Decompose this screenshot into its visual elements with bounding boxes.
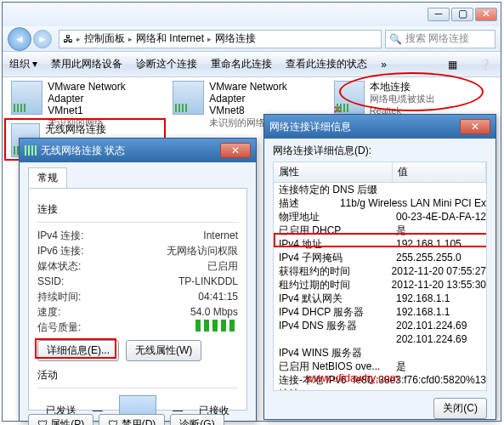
watermark: www.ufidawhy.com (306, 371, 399, 384)
label: 信号质量: (37, 320, 81, 335)
adapter-sub: VMnet1 (48, 105, 156, 116)
annotation-highlight (274, 233, 487, 247)
help-icon[interactable]: ❔ (475, 55, 494, 74)
property-value (393, 346, 486, 360)
property-key: IPv4 DNS 服务器 (274, 319, 393, 332)
table-row[interactable]: IPv4 WINS 服务器 (274, 346, 486, 360)
label: 持续时间: (37, 289, 81, 304)
close-button[interactable]: ✕ (220, 143, 251, 158)
rename-button[interactable]: 重命名此连接 (211, 57, 272, 71)
property-key: 租约过期的时间 (274, 278, 388, 292)
close-button[interactable]: ✕ (460, 119, 490, 134)
more-button[interactable]: » (381, 59, 387, 71)
label: 媒体状态: (37, 258, 81, 274)
property-value: 2012-11-20 07:55:27 (388, 264, 486, 278)
table-row[interactable]: IPv4 DHCP 服务器192.168.1.1 (274, 305, 486, 319)
back-button[interactable]: ◄ (8, 27, 31, 51)
label: SSID: (37, 274, 64, 289)
property-value: 00-23-4E-DA-FA-12 (393, 210, 486, 224)
forward-button[interactable]: ► (33, 30, 52, 48)
close-button[interactable]: ✕ (475, 8, 497, 21)
value: Internet (203, 228, 238, 243)
table-row[interactable]: 连接特定的 DNS 后缀 (274, 183, 486, 196)
value: TP-LINKDDL (178, 274, 238, 289)
disable-device-button[interactable]: 禁用此网络设备 (51, 57, 122, 71)
table-row[interactable]: IPv4 DNS 服务器202.101.224.69 (274, 319, 486, 332)
column-header[interactable]: 值 (393, 162, 486, 182)
signal-icon (25, 145, 37, 156)
dialog-title: 无线网络连接 状态 (41, 144, 125, 158)
adapter-icon (173, 81, 204, 115)
property-value: 2012-11-20 13:55:30 (388, 278, 486, 292)
property-value: 255.255.255.0 (393, 251, 486, 264)
label: IPv6 连接: (37, 243, 84, 258)
details-listview[interactable]: 属性 值 连接特定的 DNS 后缀描述11b/g Wireless LAN Mi… (273, 162, 487, 391)
property-value: 202.101.224.69 (393, 332, 486, 346)
folder-icon: 🖧 (63, 33, 73, 45)
property-key: 连接特定的 DNS 后缀 (274, 183, 393, 196)
label: IPv4 连接: (37, 228, 84, 243)
property-value: 202.101.224.69 (393, 319, 486, 332)
adapter-icon (11, 81, 42, 115)
property-value: 192.168.1.1 (393, 292, 486, 305)
breadcrumb-item[interactable]: 网络和 Internet (136, 31, 204, 46)
table-row[interactable]: 租约过期的时间2012-11-20 13:55:30 (274, 278, 486, 292)
property-key: IPv4 默认网关 (274, 292, 393, 305)
property-value (393, 183, 486, 196)
property-value: 是 (393, 360, 486, 373)
breadcrumb[interactable]: 🖧 ▸ 控制面板 ▸ 网络和 Internet ▸ 网络连接 (59, 30, 382, 48)
table-row[interactable]: 获得租约的时间2012-11-20 07:55:27 (274, 264, 486, 278)
property-key (274, 332, 393, 346)
maximize-button[interactable]: ▢ (451, 8, 473, 21)
property-key: 获得租约的时间 (274, 264, 388, 278)
signal-bars-icon (195, 320, 238, 332)
table-row[interactable]: 描述11b/g Wireless LAN Mini PCI Ex (274, 196, 486, 210)
annotation-highlight (35, 338, 116, 359)
property-key: 物理地址 (274, 210, 393, 224)
table-row[interactable]: IPv4 子网掩码255.255.255.0 (274, 251, 486, 264)
column-header[interactable]: 属性 (274, 162, 393, 182)
dialog-titlebar: 无线网络连接 状态 ✕ (20, 139, 256, 162)
disable-button[interactable]: 🛡 禁用(D) (99, 414, 165, 425)
breadcrumb-item[interactable]: 控制面板 (84, 31, 125, 46)
view-status-button[interactable]: 查看此连接的状态 (286, 57, 367, 71)
value: 54.0 Mbps (190, 304, 238, 320)
close-button[interactable]: 关闭(C) (433, 398, 487, 419)
property-key: IPv4 DHCP 服务器 (274, 305, 393, 319)
value: 已启用 (207, 258, 238, 274)
search-input[interactable]: 🔍 搜索 网络连接 (385, 30, 496, 48)
property-value: 192.168.1.1 (393, 305, 486, 319)
value: 无网络访问权限 (167, 243, 238, 258)
dialog-titlebar: 网络连接详细信息 ✕ (264, 115, 496, 139)
chevron-right-icon: ▸ (76, 35, 81, 43)
details-heading: 网络连接详细信息(D): (273, 144, 487, 158)
titlebar: ─ ▢ ✕ (3, 3, 501, 26)
property-key: IPv4 子网掩码 (274, 251, 393, 264)
status-dialog: 无线网络连接 状态 ✕ 常规 连接 IPv4 连接:Internet IPv6 … (19, 138, 257, 422)
search-icon: 🔍 (389, 33, 402, 45)
wireless-props-button[interactable]: 无线属性(W) (126, 340, 201, 361)
section-heading: 活动 (37, 368, 238, 382)
diagnose-button[interactable]: 诊断这个连接 (136, 57, 197, 71)
chevron-right-icon: ▸ (128, 35, 133, 43)
property-key: 描述 (274, 196, 337, 210)
adapter-name: VMware Network Adapter (48, 81, 156, 105)
table-row[interactable]: 202.101.224.69 (274, 332, 486, 346)
adapter-name: VMware Network Adapter (209, 81, 317, 105)
value: 04:41:15 (198, 289, 238, 304)
table-row[interactable]: 物理地址00-23-4E-DA-FA-12 (274, 210, 486, 224)
properties-button[interactable]: 🛡 属性(P) (28, 414, 93, 425)
property-value: 11b/g Wireless LAN Mini PCI Ex (337, 196, 486, 210)
annotation-highlight (339, 72, 484, 111)
chevron-right-icon: ▸ (207, 35, 212, 43)
search-placeholder: 搜索 网络连接 (405, 31, 469, 46)
dialog-title: 网络连接详细信息 (269, 120, 351, 134)
label: 速度: (37, 304, 60, 320)
minimize-button[interactable]: ─ (428, 8, 450, 21)
tab-general[interactable]: 常规 (28, 167, 67, 188)
breadcrumb-item[interactable]: 网络连接 (215, 31, 256, 46)
organize-menu[interactable]: 组织 ▾ (9, 57, 37, 71)
diagnose-button[interactable]: 诊断(G) (170, 414, 224, 425)
table-row[interactable]: IPv4 默认网关192.168.1.1 (274, 292, 486, 305)
view-icon[interactable]: ▦ (443, 55, 462, 74)
